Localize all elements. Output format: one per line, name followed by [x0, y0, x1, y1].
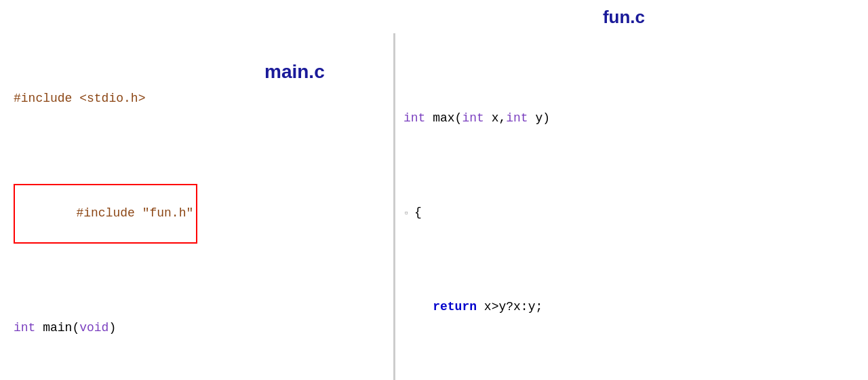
- highlighted-include: #include "fun.h": [14, 184, 197, 244]
- max-y: y): [528, 109, 550, 128]
- main-func: main(: [35, 319, 79, 338]
- type-int-y1: int: [506, 109, 528, 128]
- type-int-main: int: [14, 319, 35, 338]
- main-c-panel: #include <stdio.h> #include "fun.h" int …: [0, 0, 380, 380]
- keyword-return-max: return: [433, 298, 477, 317]
- right-panel: fun.c int max(int x,int y) ▫{ return x>y…: [380, 0, 868, 380]
- fun-c-code: int max(int x,int y) ▫{ return x>y?x:y; …: [393, 33, 854, 380]
- line-int-main: int main(void): [14, 319, 366, 338]
- fun-c-block: int max(int x,int y) ▫{ return x>y?x:y; …: [403, 33, 854, 380]
- preprocessor-funh: #include "fun.h": [76, 206, 193, 220]
- main-c-label: main.c: [264, 61, 325, 83]
- max-brace-marker: ▫: [403, 206, 412, 221]
- max-sig-rest: max(: [425, 109, 462, 128]
- line-max-sig: int max(int x,int y): [403, 109, 854, 128]
- max-indent: [403, 298, 433, 317]
- void-keyword: void: [79, 319, 108, 338]
- line-include-funh: #include "fun.h": [14, 184, 366, 244]
- max-ternary: x>y?x:y;: [477, 298, 542, 317]
- line-include-stdio: #include <stdio.h>: [14, 90, 366, 109]
- type-int-max: int: [403, 109, 425, 128]
- line-max-return: return x>y?x:y;: [403, 298, 854, 317]
- type-int-x1: int: [462, 109, 484, 128]
- max-x: x,: [484, 109, 506, 128]
- line-max-open: ▫{: [403, 204, 854, 223]
- fun-c-label: fun.c: [393, 7, 854, 28]
- main-close: ): [108, 319, 116, 338]
- max-open-brace: {: [414, 204, 422, 223]
- preprocessor-stdio: #include <stdio.h>: [14, 90, 145, 109]
